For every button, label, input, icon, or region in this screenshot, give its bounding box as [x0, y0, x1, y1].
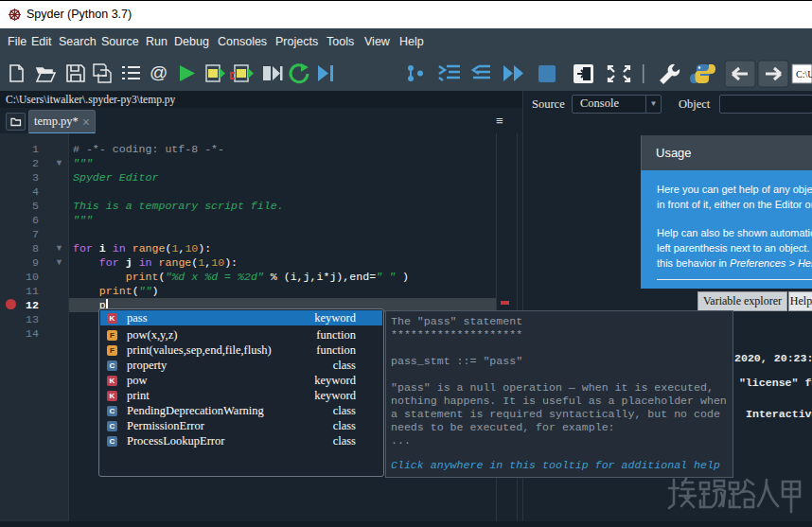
svg-text:C:\U: C:\U [796, 69, 812, 79]
svg-text:@: @ [150, 62, 168, 82]
